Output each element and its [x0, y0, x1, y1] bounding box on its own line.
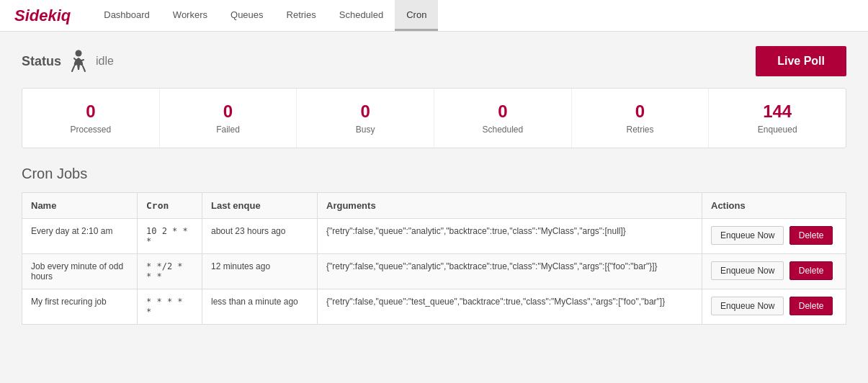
stat-failed-value: 0 [167, 102, 290, 122]
row1-actions: Enqueue Now Delete [702, 254, 846, 289]
nav-item-scheduled[interactable]: Scheduled [328, 0, 395, 31]
svg-point-0 [76, 50, 82, 57]
table-row: My first recuring job * * * * * less tha… [22, 289, 846, 325]
nav-item-cron[interactable]: Cron [395, 0, 438, 31]
runner-icon [68, 50, 89, 73]
col-header-args: Arguments [318, 193, 702, 219]
nav-item-dashboard[interactable]: Dashboard [92, 0, 161, 31]
table-header-row: Name Cron Last enque Arguments Actions [22, 193, 846, 219]
stat-scheduled-value: 0 [442, 102, 564, 122]
svg-line-1 [72, 66, 74, 71]
row2-cron: * * * * * [138, 289, 202, 325]
col-header-cron: Cron [138, 193, 202, 219]
nav-item-queues[interactable]: Queues [219, 0, 275, 31]
col-header-actions: Actions [702, 193, 846, 219]
row1-enqueue-button[interactable]: Enqueue Now [711, 261, 784, 280]
main-content: Status idle Live Poll 0 Processed 0 Fail… [0, 32, 868, 339]
table-row: Job every minute of odd hours * */2 * * … [22, 254, 846, 289]
table-row: Every day at 2:10 am 10 2 * * * about 23… [22, 219, 846, 254]
row0-name: Every day at 2:10 am [22, 219, 138, 254]
row1-name: Job every minute of odd hours [22, 254, 138, 289]
row2-lastenque: less than a minute ago [202, 289, 318, 325]
row0-enqueue-button[interactable]: Enqueue Now [711, 226, 784, 245]
section-title: Cron Jobs [22, 166, 846, 182]
col-header-name: Name [22, 193, 138, 219]
col-header-lastenque: Last enque [202, 193, 318, 219]
brand-logo[interactable]: Sidekiq [14, 6, 71, 25]
row2-delete-button[interactable]: Delete [789, 297, 833, 315]
row1-delete-button[interactable]: Delete [789, 261, 833, 280]
status-state: idle [96, 55, 114, 68]
stat-enqueued-value: 144 [716, 102, 838, 122]
nav-item-retries[interactable]: Retries [275, 0, 328, 31]
stat-enqueued: 144 Enqueued [709, 89, 846, 148]
row1-lastenque: 12 minutes ago [202, 254, 318, 289]
row2-name: My first recuring job [22, 289, 138, 325]
row1-cron: * */2 * * * [138, 254, 202, 289]
stat-failed: 0 Failed [160, 89, 297, 148]
cron-table: Name Cron Last enque Arguments Actions E… [22, 192, 846, 325]
stat-failed-label: Failed [167, 125, 290, 135]
stats-panel: 0 Processed 0 Failed 0 Busy 0 Scheduled … [22, 88, 846, 148]
status-label: Status [22, 54, 61, 69]
row0-lastenque: about 23 hours ago [202, 219, 318, 254]
row0-actions: Enqueue Now Delete [702, 219, 846, 254]
row0-cron: 10 2 * * * [138, 219, 202, 254]
status-bar: Status idle Live Poll [22, 46, 846, 76]
nav-item-workers[interactable]: Workers [161, 0, 219, 31]
nav-links: Dashboard Workers Queues Retries Schedul… [92, 0, 438, 31]
stat-scheduled: 0 Scheduled [434, 89, 572, 148]
row0-delete-button[interactable]: Delete [789, 226, 833, 245]
stat-busy-value: 0 [304, 102, 426, 122]
navbar: Sidekiq Dashboard Workers Queues Retries… [0, 0, 868, 32]
stat-retries-value: 0 [579, 102, 702, 122]
stat-processed: 0 Processed [22, 89, 160, 148]
stat-scheduled-label: Scheduled [442, 125, 564, 135]
row0-args: {"retry":false,"queue":"analytic","backt… [318, 219, 702, 254]
svg-line-3 [74, 58, 77, 61]
row1-args: {"retry":false,"queue":"analytic","backt… [318, 254, 702, 289]
stat-processed-label: Processed [30, 125, 152, 135]
status-left: Status idle [22, 50, 114, 73]
stat-retries: 0 Retries [572, 89, 710, 148]
row2-args: {"retry":false,"queue":"test_queue","bac… [318, 289, 702, 325]
stat-enqueued-label: Enqueued [716, 125, 838, 135]
live-poll-button[interactable]: Live Poll [756, 46, 846, 76]
stat-busy-label: Busy [304, 125, 426, 135]
row2-actions: Enqueue Now Delete [702, 289, 846, 325]
stat-processed-value: 0 [30, 102, 152, 122]
stat-busy: 0 Busy [297, 89, 434, 148]
row2-enqueue-button[interactable]: Enqueue Now [711, 297, 784, 315]
stat-retries-label: Retries [579, 125, 702, 135]
svg-line-2 [83, 66, 85, 71]
